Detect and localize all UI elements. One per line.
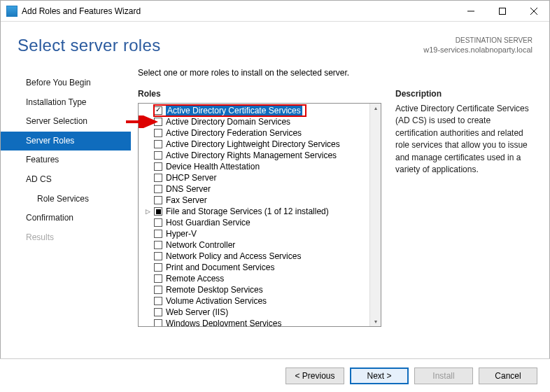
- role-checkbox[interactable]: [154, 162, 162, 171]
- role-label: Active Directory Federation Services: [166, 128, 302, 138]
- role-checkbox[interactable]: [154, 151, 162, 160]
- role-checkbox[interactable]: [154, 297, 162, 305]
- role-label: Network Policy and Access Services: [166, 251, 301, 261]
- role-label: Volume Activation Services: [166, 296, 267, 306]
- role-label: Device Health Attestation: [166, 162, 260, 172]
- role-label: Host Guardian Service: [166, 218, 251, 227]
- description-column-title: Description: [395, 89, 535, 99]
- expand-icon[interactable]: ▷: [144, 208, 152, 215]
- role-row[interactable]: Volume Activation Services: [144, 295, 381, 307]
- sidenav-confirmation[interactable]: Confirmation: [1, 209, 131, 228]
- cancel-button[interactable]: Cancel: [479, 368, 537, 384]
- role-row[interactable]: Remote Access: [144, 273, 381, 284]
- destination-server-value: w19-services.nolabnoparty.local: [423, 45, 533, 55]
- previous-button[interactable]: < Previous: [285, 368, 344, 384]
- role-checkbox[interactable]: [154, 174, 162, 182]
- sidenav-ad-cs[interactable]: AD CS: [1, 170, 131, 190]
- role-row[interactable]: Fax Server: [144, 195, 381, 206]
- role-checkbox[interactable]: [154, 106, 162, 115]
- role-checkbox[interactable]: [154, 286, 162, 294]
- role-checkbox[interactable]: [154, 230, 162, 238]
- sidenav-role-services[interactable]: Role Services: [1, 190, 131, 209]
- role-row[interactable]: Windows Deployment Services: [144, 318, 381, 327]
- role-checkbox[interactable]: [154, 308, 162, 316]
- role-row[interactable]: Active Directory Certificate Services: [144, 105, 381, 116]
- sidenav-server-selection[interactable]: Server Selection: [1, 112, 131, 132]
- title-bar: Add Roles and Features Wizard: [1, 1, 549, 22]
- page-title: Select server roles: [17, 36, 160, 55]
- role-row[interactable]: Active Directory Rights Management Servi…: [144, 150, 381, 161]
- roles-column-title: Roles: [138, 89, 381, 99]
- role-label: Remote Access: [166, 274, 224, 284]
- role-row[interactable]: Active Directory Lightweight Directory S…: [144, 139, 381, 150]
- destination-server-label: DESTINATION SERVER: [423, 36, 533, 45]
- description-text: Active Directory Certificate Services (A…: [395, 103, 535, 176]
- role-row[interactable]: Active Directory Federation Services: [144, 127, 381, 139]
- role-checkbox[interactable]: [154, 207, 162, 216]
- role-label: Remote Desktop Services: [166, 285, 263, 295]
- highlight-arrow-icon: [125, 115, 160, 128]
- role-checkbox[interactable]: [154, 274, 162, 283]
- role-checkbox[interactable]: [154, 140, 162, 148]
- instruction-text: Select one or more roles to install on t…: [138, 68, 535, 78]
- role-checkbox[interactable]: [154, 185, 162, 193]
- role-row[interactable]: Device Health Attestation: [144, 161, 381, 172]
- role-row[interactable]: DHCP Server: [144, 172, 381, 183]
- roles-listbox[interactable]: Active Directory Certificate ServicesAct…: [138, 103, 381, 327]
- role-label: Web Server (IIS): [166, 307, 228, 317]
- role-label: Active Directory Domain Services: [166, 117, 290, 127]
- role-label: DHCP Server: [166, 173, 216, 183]
- scroll-up-icon[interactable]: ▴: [374, 105, 377, 111]
- maximize-button[interactable]: [486, 1, 518, 22]
- role-row[interactable]: Hyper-V: [144, 228, 381, 239]
- scroll-down-icon[interactable]: ▾: [374, 318, 377, 325]
- role-checkbox[interactable]: [154, 263, 162, 272]
- close-button[interactable]: [518, 1, 549, 22]
- role-label: Hyper-V: [166, 229, 197, 239]
- role-row[interactable]: Network Controller: [144, 239, 381, 251]
- role-label: Fax Server: [166, 195, 207, 205]
- role-label: Active Directory Rights Management Servi…: [166, 150, 337, 160]
- role-checkbox[interactable]: [154, 196, 162, 204]
- role-label: Print and Document Services: [166, 262, 274, 272]
- sidenav-installation-type[interactable]: Installation Type: [1, 93, 131, 113]
- destination-server-block: DESTINATION SERVER w19-services.nolabnop…: [423, 36, 533, 55]
- sidenav-server-roles[interactable]: Server Roles: [1, 132, 131, 151]
- role-row[interactable]: Network Policy and Access Services: [144, 251, 381, 262]
- wizard-footer: < Previous Next > Install Cancel: [0, 358, 550, 392]
- role-row[interactable]: ▷File and Storage Services (1 of 12 inst…: [144, 206, 381, 217]
- role-label: DNS Server: [166, 184, 211, 194]
- install-button: Install: [414, 368, 473, 384]
- sidenav-features[interactable]: Features: [1, 150, 131, 170]
- sidenav-before-you-begin[interactable]: Before You Begin: [1, 74, 131, 93]
- minimize-button[interactable]: [455, 1, 486, 22]
- role-checkbox[interactable]: [154, 218, 162, 227]
- role-row[interactable]: Remote Desktop Services: [144, 284, 381, 295]
- sidenav-results: Results: [1, 228, 131, 248]
- window-title: Add Roles and Features Wizard: [22, 6, 141, 16]
- role-label: Active Directory Lightweight Directory S…: [166, 139, 340, 149]
- role-row[interactable]: DNS Server: [144, 183, 381, 195]
- role-label: Windows Deployment Services: [166, 318, 281, 327]
- role-row[interactable]: Active Directory Domain Services: [144, 116, 381, 127]
- app-icon: [6, 6, 17, 17]
- role-row[interactable]: Host Guardian Service: [144, 217, 381, 228]
- role-row[interactable]: Web Server (IIS): [144, 307, 381, 318]
- scrollbar[interactable]: ▴ ▾: [369, 104, 381, 326]
- role-checkbox[interactable]: [154, 241, 162, 249]
- role-label: Network Controller: [166, 240, 235, 250]
- svg-rect-1: [499, 8, 505, 15]
- role-checkbox[interactable]: [154, 319, 162, 327]
- role-checkbox[interactable]: [154, 252, 162, 260]
- role-label: File and Storage Services (1 of 12 insta…: [166, 206, 329, 216]
- wizard-steps-nav: Before You Begin Installation Type Serve…: [1, 68, 131, 334]
- role-row[interactable]: Print and Document Services: [144, 262, 381, 273]
- role-checkbox[interactable]: [154, 129, 162, 137]
- role-label: Active Directory Certificate Services: [166, 106, 302, 115]
- next-button[interactable]: Next >: [350, 368, 409, 384]
